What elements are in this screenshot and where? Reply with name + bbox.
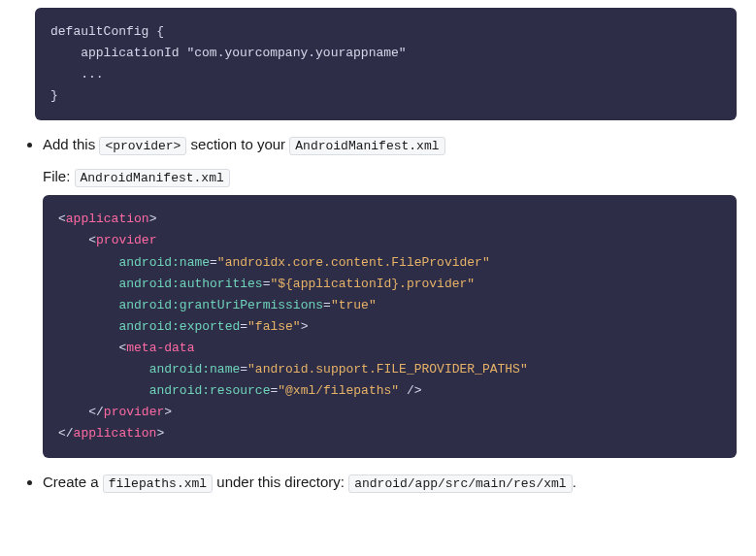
code-token: = [240,319,247,334]
code-token: > [164,405,172,419]
code-token: "false" [247,319,301,334]
code-token: provider [96,233,156,247]
code-token: > [156,426,164,441]
bullet-text: Create a [43,474,103,490]
code-token: = [210,255,217,270]
code-token: "true" [331,298,377,312]
code-token: meta-data [126,341,194,355]
code-token: = [240,362,247,376]
code-token: < [58,212,66,226]
code-token: android:grantUriPermissions [118,298,323,312]
inline-code-dirpath: android/app/src/main/res/xml [348,474,572,493]
bullet-text: section to your [186,136,289,152]
code-token: android:resource [149,383,271,398]
code-token: = [323,298,331,312]
code-token: /> [399,383,421,398]
bullet-text: under this directory: [213,474,348,490]
code-token: android:name [118,255,210,270]
code-token: "@xml/filepaths" [278,383,399,398]
code-token: < [88,233,96,247]
inline-code-manifest: AndroidManifest.xml [289,137,444,155]
inline-code-filename: AndroidManifest.xml [75,169,230,187]
file-label: File: [43,168,75,184]
bullet-text: Add this [43,136,99,152]
code-token: provider [104,405,164,419]
list-item: Add this <provider> section to your Andr… [43,134,737,458]
code-token: </ [88,405,104,419]
inline-code-filepaths: filepaths.xml [103,474,213,493]
code-token: android:name [149,362,241,376]
file-label-line: File: AndroidManifest.xml [43,166,737,188]
code-token: > [149,212,157,226]
code-block-manifest: <application> <provider android:name="an… [43,195,737,458]
code-line: } [50,88,58,103]
code-token: application [66,212,149,226]
code-token: android:exported [118,319,240,334]
code-token: </ [58,426,74,441]
code-block-defaultconfig: defaultConfig { applicationId "com.yourc… [35,8,737,120]
inline-code-provider: <provider> [99,137,186,155]
code-line: ... [50,67,104,82]
code-token: "androidx.core.content.FileProvider" [217,255,490,270]
list-item: Create a filepaths.xml under this direct… [43,472,737,494]
code-token: "${applicationId}.provider" [270,277,475,291]
code-token: android:authorities [118,277,262,291]
code-token: > [301,319,309,334]
bullet-text: . [573,474,576,490]
code-line: applicationId "com.yourcompany.yourappna… [50,46,407,60]
code-line: defaultConfig { [50,24,164,39]
code-token: application [74,426,157,441]
code-token: "android.support.FILE_PROVIDER_PATHS" [247,362,528,376]
